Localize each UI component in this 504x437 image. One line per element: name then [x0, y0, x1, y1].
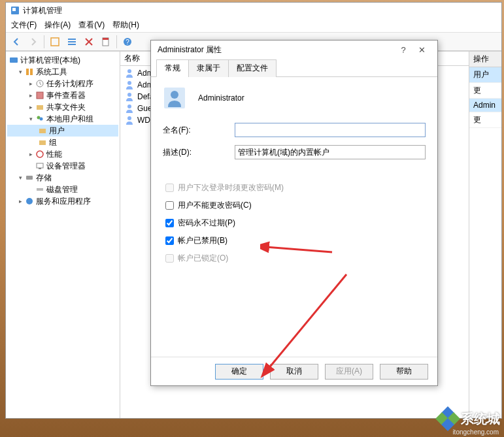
- help-button[interactable]: 帮助: [380, 364, 428, 380]
- fullname-input[interactable]: [235, 123, 426, 137]
- tree-services[interactable]: ▸服务和应用程序: [7, 195, 118, 207]
- svg-rect-2: [51, 38, 59, 46]
- svg-point-28: [127, 93, 131, 97]
- svg-rect-23: [26, 176, 33, 180]
- chk-must-change-row: 用户下次登录时须更改密码(M): [163, 182, 426, 194]
- svg-rect-18: [39, 129, 46, 133]
- svg-point-26: [127, 69, 131, 73]
- properties-icon[interactable]: [47, 34, 63, 50]
- menubar: 文件(F) 操作(A) 查看(V) 帮助(H): [6, 18, 501, 33]
- watermark-url: itongcheng.com: [452, 429, 499, 436]
- tree-shared-folders[interactable]: ▸共享文件夹: [7, 101, 118, 113]
- tree-groups[interactable]: 组: [7, 137, 118, 148]
- svg-rect-21: [37, 163, 43, 168]
- chk-cannot-change[interactable]: [165, 201, 174, 210]
- svg-point-32: [171, 91, 178, 99]
- window-title: 计算机管理: [23, 5, 62, 16]
- chk-account-locked: [165, 254, 174, 263]
- svg-point-17: [40, 118, 43, 121]
- svg-point-29: [127, 105, 131, 108]
- tab-profile[interactable]: 配置文件: [228, 59, 277, 77]
- back-button[interactable]: [8, 34, 24, 50]
- user-icon: [124, 68, 135, 78]
- tree-event-viewer[interactable]: ▸事件查看器: [7, 89, 118, 101]
- user-icon: [124, 115, 135, 125]
- user-header: Administrator: [163, 86, 426, 110]
- svg-rect-3: [68, 39, 76, 40]
- apply-button[interactable]: 应用(A): [325, 364, 373, 380]
- svg-rect-12: [30, 69, 33, 75]
- chk-cannot-change-row[interactable]: 用户不能更改密码(C): [163, 199, 426, 212]
- svg-rect-11: [26, 69, 29, 75]
- dialog-help-button[interactable]: ?: [394, 42, 412, 57]
- actions-more1[interactable]: 更: [469, 83, 501, 99]
- menu-action[interactable]: 操作(A): [44, 20, 71, 31]
- tab-member[interactable]: 隶属于: [188, 59, 229, 77]
- tree-task-scheduler[interactable]: ▸任务计划程序: [7, 78, 118, 89]
- user-icon: [124, 103, 135, 114]
- svg-point-20: [37, 151, 43, 157]
- chk-disabled-row[interactable]: 帐户已禁用(B): [163, 235, 426, 247]
- svg-rect-5: [68, 44, 76, 45]
- tab-general[interactable]: 常规: [156, 59, 189, 77]
- help-icon[interactable]: ?: [120, 34, 135, 50]
- chk-account-disabled[interactable]: [165, 236, 174, 245]
- menu-view[interactable]: 查看(V): [78, 20, 105, 31]
- fullname-row: 全名(F):: [163, 123, 426, 137]
- list-icon[interactable]: [64, 34, 80, 50]
- actions-header: 操作: [469, 52, 501, 67]
- svg-rect-19: [39, 140, 46, 145]
- tree-performance[interactable]: ▸性能: [7, 148, 118, 160]
- svg-point-25: [26, 198, 33, 204]
- delete-icon[interactable]: [81, 34, 97, 50]
- forward-button[interactable]: [25, 34, 41, 50]
- menu-file[interactable]: 文件(F): [11, 20, 37, 31]
- cancel-button[interactable]: 取消: [270, 364, 318, 380]
- watermark: 系统城: [435, 406, 500, 432]
- properties-dialog: Administrator 属性 ? ✕ 常规 隶属于 配置文件 Adminis…: [150, 40, 438, 386]
- tree-users[interactable]: 用户: [7, 125, 118, 137]
- tree-device-manager[interactable]: 设备管理器: [7, 160, 118, 172]
- dialog-title: Administrator 属性: [158, 44, 394, 56]
- svg-rect-10: [10, 57, 18, 63]
- svg-rect-22: [39, 168, 41, 169]
- actions-admin[interactable]: Admin: [469, 99, 501, 112]
- svg-text:?: ?: [126, 39, 129, 46]
- ok-button[interactable]: 确定: [215, 364, 263, 380]
- dialog-body: Administrator 全名(F): 描述(D): 用户下次登录时须更改密码…: [151, 77, 437, 357]
- tree-root[interactable]: 计算机管理(本地): [7, 54, 118, 66]
- dialog-close-button[interactable]: ✕: [412, 42, 431, 57]
- tree-pane[interactable]: 计算机管理(本地) ▾系统工具 ▸任务计划程序 ▸事件查看器 ▸共享文件夹 ▾本…: [6, 52, 120, 418]
- tree-storage[interactable]: ▾存储: [7, 172, 118, 184]
- dialog-tabs: 常规 隶属于 配置文件: [151, 59, 437, 77]
- svg-rect-14: [37, 92, 43, 99]
- watermark-logo-icon: [435, 406, 461, 432]
- fullname-label: 全名(F):: [163, 125, 235, 136]
- properties2-icon[interactable]: [98, 34, 114, 50]
- chk-never-expire[interactable]: [165, 219, 174, 227]
- menu-help[interactable]: 帮助(H): [112, 20, 139, 31]
- username-label: Administrator: [198, 93, 244, 103]
- titlebar: 计算机管理: [6, 3, 501, 18]
- actions-user[interactable]: 用户: [469, 67, 501, 83]
- dialog-buttons: 确定 取消 应用(A) 帮助: [151, 357, 437, 385]
- dialog-titlebar: Administrator 属性 ? ✕: [151, 40, 437, 59]
- actions-more2[interactable]: 更: [469, 112, 501, 128]
- description-input[interactable]: [235, 145, 426, 159]
- actions-pane: 操作 用户 更 Admin 更: [469, 52, 501, 418]
- tree-system-tools[interactable]: ▾系统工具: [7, 66, 118, 78]
- tree-disk-mgmt[interactable]: 磁盘管理: [7, 184, 118, 195]
- svg-point-27: [127, 81, 131, 85]
- chk-never-expire-row[interactable]: 密码永不过期(P): [163, 217, 426, 229]
- svg-rect-1: [12, 8, 16, 11]
- svg-rect-7: [103, 38, 109, 40]
- description-row: 描述(D):: [163, 145, 426, 159]
- tree-local-users[interactable]: ▾本地用户和组: [7, 113, 118, 125]
- watermark-text: 系统城: [461, 410, 500, 428]
- user-avatar-icon: [163, 86, 186, 110]
- description-label: 描述(D):: [163, 147, 235, 158]
- svg-point-30: [127, 116, 131, 120]
- svg-rect-15: [37, 105, 43, 110]
- user-icon: [124, 80, 135, 90]
- svg-rect-24: [37, 188, 43, 191]
